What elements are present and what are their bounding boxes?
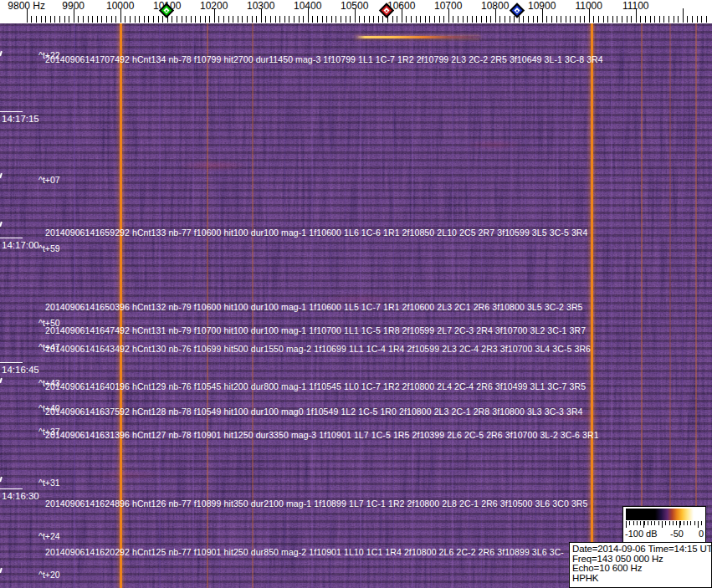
ruler-minor-tick bbox=[303, 16, 304, 23]
blue-frequency-marker-ring bbox=[514, 8, 520, 13]
ruler-minor-tick bbox=[467, 16, 468, 23]
blue-frequency-marker-center bbox=[516, 9, 519, 12]
info-line: HPHK bbox=[572, 574, 711, 584]
frequency-ruler: 9800 Hz990010000101001020010300104001050… bbox=[0, 0, 712, 23]
ruler-major-tick bbox=[683, 8, 684, 23]
echo-data-line: 20140906141659292 hCnt133 nb-77 f10600 h… bbox=[45, 228, 587, 238]
ruler-minor-tick bbox=[645, 16, 646, 23]
ruler-minor-tick bbox=[472, 16, 473, 23]
ruler-minor-tick bbox=[659, 16, 660, 23]
ruler-minor-tick bbox=[528, 16, 529, 23]
ruler-minor-tick bbox=[519, 16, 520, 23]
ruler-minor-tick bbox=[115, 16, 116, 23]
blue-frequency-marker-fill bbox=[512, 5, 523, 16]
ruler-minor-tick bbox=[505, 16, 505, 23]
ruler-minor-tick bbox=[654, 16, 655, 23]
ruler-minor-tick bbox=[434, 16, 435, 23]
ruler-minor-tick bbox=[182, 16, 182, 23]
ruler-minor-tick bbox=[580, 16, 581, 23]
ruler-minor-tick bbox=[139, 16, 140, 23]
ruler-minor-tick bbox=[331, 16, 332, 23]
ruler-minor-tick bbox=[397, 16, 397, 23]
ruler-minor-tick bbox=[674, 16, 674, 23]
ruler-minor-tick bbox=[252, 16, 253, 23]
ruler-minor-tick bbox=[238, 16, 238, 23]
ruler-minor-tick bbox=[668, 16, 669, 23]
frequency-tick-label: 10300 bbox=[247, 0, 274, 12]
ruler-minor-tick bbox=[78, 16, 79, 23]
ruler-minor-tick bbox=[195, 16, 196, 23]
ruler-minor-tick bbox=[382, 16, 383, 23]
ruler-minor-tick bbox=[289, 16, 289, 23]
ruler-minor-tick bbox=[31, 16, 32, 23]
ruler-minor-tick bbox=[701, 16, 702, 23]
info-line: Date=2014-09-06 Time=14:15 UTC bbox=[572, 545, 711, 555]
event-time-label: ^t+31 bbox=[38, 478, 60, 488]
ruler-minor-tick bbox=[575, 16, 576, 23]
red-frequency-marker-fill bbox=[382, 5, 392, 16]
ruler-minor-tick bbox=[556, 16, 557, 23]
ruler-minor-tick bbox=[59, 16, 60, 23]
ruler-minor-tick bbox=[458, 16, 458, 23]
faint-vertical-line bbox=[38, 23, 38, 588]
ruler-minor-tick bbox=[41, 16, 42, 23]
ruler-minor-tick bbox=[294, 16, 295, 23]
ruler-minor-tick bbox=[97, 16, 98, 23]
ruler-minor-tick bbox=[341, 16, 341, 23]
event-time-label: ^t+20 bbox=[38, 570, 60, 580]
ruler-minor-tick bbox=[148, 16, 149, 23]
ruler-minor-tick bbox=[678, 16, 679, 23]
ruler-minor-tick bbox=[101, 16, 102, 23]
red-frequency-marker-center bbox=[386, 9, 388, 12]
ruler-minor-tick bbox=[650, 16, 651, 23]
ruler-minor-tick bbox=[186, 16, 187, 23]
ruler-minor-tick bbox=[336, 16, 336, 23]
frequency-tick-label: 10800 bbox=[481, 0, 509, 12]
ruler-minor-tick bbox=[88, 16, 89, 23]
ruler-minor-tick bbox=[111, 16, 112, 23]
ruler-minor-tick bbox=[350, 16, 351, 23]
ruler-minor-tick bbox=[416, 16, 417, 23]
ruler-minor-tick bbox=[50, 16, 51, 23]
time-tick-line bbox=[0, 238, 23, 238]
faint-vertical-line bbox=[18, 23, 19, 588]
ruler-minor-tick bbox=[144, 16, 145, 23]
echo-data-line: 20140906141640196 hCnt129 nb-76 f10545 h… bbox=[45, 381, 586, 391]
ruler-minor-tick bbox=[36, 16, 37, 23]
carrier-signal-line bbox=[591, 23, 593, 588]
ruler-minor-tick bbox=[256, 16, 257, 23]
echo-data-line: 20140906141647492 hCnt131 nb-79 f10700 h… bbox=[45, 325, 586, 335]
ruler-minor-tick bbox=[346, 16, 346, 23]
ruler-minor-tick bbox=[631, 16, 632, 23]
ruler-minor-tick bbox=[584, 16, 585, 23]
db-label-mid: -50 bbox=[670, 529, 684, 539]
ruler-minor-tick bbox=[130, 16, 131, 23]
ruler-minor-tick bbox=[172, 16, 172, 23]
ruler-minor-tick bbox=[443, 16, 444, 23]
ruler-minor-tick bbox=[566, 16, 566, 23]
frequency-tick-label: 11100 bbox=[622, 0, 649, 12]
ruler-minor-tick bbox=[627, 16, 627, 23]
db-label-min: -100 dB bbox=[625, 529, 658, 539]
echo-data-line: 20140906141650396 hCnt132 nb-79 f10600 h… bbox=[45, 302, 583, 312]
ruler-minor-tick bbox=[242, 16, 243, 23]
meteor-echo-streak bbox=[355, 36, 480, 38]
ruler-minor-tick bbox=[92, 16, 93, 23]
ruler-minor-tick bbox=[510, 16, 510, 23]
ruler-minor-tick bbox=[687, 16, 688, 23]
ruler-minor-tick bbox=[45, 16, 46, 23]
frequency-tick-label: 9900 bbox=[62, 0, 85, 12]
frequency-tick-label: 10400 bbox=[294, 0, 321, 12]
green-frequency-marker-fill bbox=[161, 5, 172, 16]
faint-vertical-line bbox=[695, 23, 697, 588]
ruler-minor-tick bbox=[209, 16, 210, 23]
ruler-minor-tick bbox=[640, 16, 641, 23]
ruler-minor-tick bbox=[622, 16, 622, 23]
red-frequency-marker-ring bbox=[383, 8, 389, 13]
time-tick-line bbox=[0, 488, 23, 489]
ruler-minor-tick bbox=[162, 16, 163, 23]
ruler-minor-tick bbox=[83, 16, 84, 23]
db-label-max: 0 bbox=[699, 529, 704, 539]
echo-data-line: 20140906141707492 hCnt134 nb-78 f10799 h… bbox=[45, 54, 603, 64]
ruler-minor-tick bbox=[233, 16, 233, 23]
